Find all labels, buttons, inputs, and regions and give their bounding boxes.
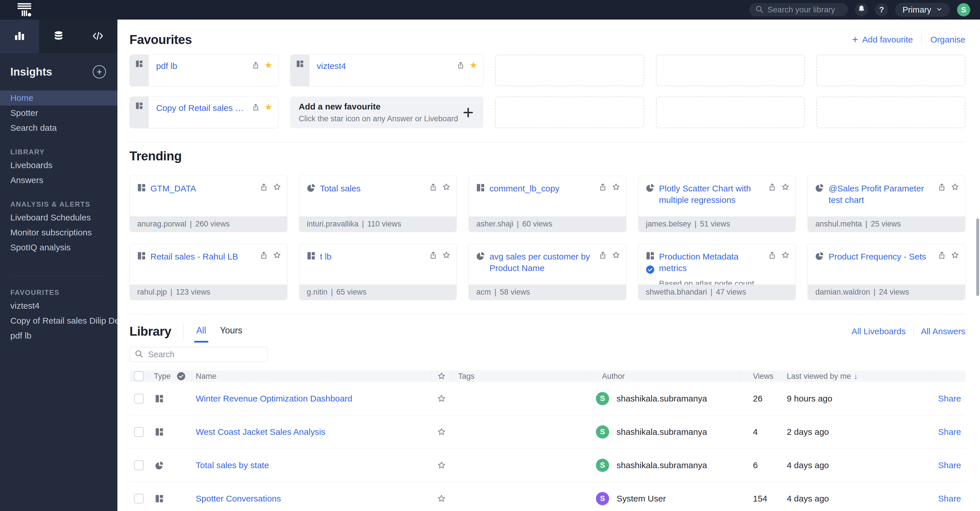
share-link[interactable]: Share: [938, 460, 961, 470]
star-outline-icon[interactable]: [781, 251, 790, 284]
star-outline-icon[interactable]: [273, 251, 281, 284]
favourite-card-title[interactable]: Copy of Retail sales Dilip Demo: [156, 103, 248, 113]
share-icon[interactable]: [252, 61, 260, 69]
row-checkbox[interactable]: [134, 460, 144, 470]
trending-card-gtm-data[interactable]: GTM_DATA anurag.porwal|260 views: [129, 176, 287, 232]
trending-card-plotly-scatter-chart-with-multiple-regressions[interactable]: Plotly Scatter Chart with multiple regre…: [638, 176, 796, 232]
link-all-liveboards[interactable]: All Liveboards: [852, 326, 906, 336]
star-outline-icon[interactable]: [442, 183, 451, 216]
thoughtspot-logo[interactable]: [16, 2, 33, 18]
trending-card-t-lb[interactable]: t lb g.nitin|65 views: [299, 244, 457, 300]
trending-card-product-frequency-sets[interactable]: Product Frequency - Sets damian.waldron|…: [808, 244, 966, 300]
trending-card-retail-sales-rahul-lb[interactable]: Retail sales - Rahul LB rahul.pjp|123 vi…: [129, 244, 287, 300]
share-icon[interactable]: [937, 183, 946, 216]
star-outline-icon[interactable]: [781, 183, 790, 216]
vertical-scrollbar[interactable]: [976, 219, 979, 296]
add-favourite-button[interactable]: + Add favourite: [852, 35, 913, 45]
share-icon[interactable]: [259, 251, 268, 284]
sidebar-item-spotter[interactable]: Spotter: [0, 105, 118, 120]
share-link[interactable]: Share: [938, 494, 961, 503]
share-icon[interactable]: [598, 183, 607, 216]
tab-all[interactable]: All: [196, 324, 207, 339]
trending-card-title[interactable]: Total sales: [320, 183, 425, 194]
trending-card-title[interactable]: Production Metadata metrics: [659, 251, 764, 274]
trending-card-title[interactable]: @Sales Profit Parameter test chart: [829, 183, 934, 206]
add-new-favourite-card[interactable]: Add a new favouriteClick the star icon o…: [290, 97, 484, 128]
share-icon[interactable]: [429, 183, 438, 216]
trending-card-comment-lb-copy[interactable]: comment_lb_copy asher.shaji|60 views: [468, 176, 626, 232]
select-all-checkbox[interactable]: [134, 371, 144, 381]
tab-data[interactable]: [39, 19, 78, 53]
star-outline-icon[interactable]: [951, 251, 959, 284]
star-outline-icon[interactable]: [437, 427, 446, 437]
table-row-spotter-conversations[interactable]: Spotter Conversations SSystem User1544 d…: [129, 482, 966, 511]
notifications-button[interactable]: [855, 3, 868, 16]
sidebar-item-viztest4[interactable]: viztest4: [0, 298, 118, 313]
row-checkbox[interactable]: [134, 394, 144, 404]
trending-card-sales-profit-parameter-test-chart[interactable]: @Sales Profit Parameter test chart anshu…: [808, 176, 966, 232]
trending-card-production-metadata-metrics[interactable]: Production Metadata metricsBased on atla…: [638, 244, 796, 300]
library-search[interactable]: [129, 347, 268, 362]
trending-card-title[interactable]: GTM_DATA: [150, 183, 256, 194]
star-outline-icon[interactable]: [437, 494, 446, 503]
global-search[interactable]: [749, 3, 848, 16]
star-outline-icon[interactable]: [612, 183, 620, 216]
share-icon[interactable]: [252, 103, 260, 111]
share-icon[interactable]: [429, 251, 438, 284]
star-outline-icon[interactable]: [273, 183, 281, 216]
library-search-input[interactable]: [148, 350, 263, 359]
favourite-card-title[interactable]: pdf lb: [156, 61, 177, 71]
star-filled-icon[interactable]: [264, 103, 272, 111]
sidebar-item-pdf-lb[interactable]: pdf lb: [0, 328, 118, 343]
row-checkbox[interactable]: [134, 427, 144, 437]
star-outline-icon[interactable]: [612, 251, 620, 284]
table-row-total-sales-by-state[interactable]: Total sales by state Sshashikala.subrama…: [129, 449, 966, 482]
share-icon[interactable]: [768, 183, 776, 216]
star-outline-icon[interactable]: [951, 183, 959, 216]
star-outline-icon[interactable]: [442, 251, 451, 284]
trending-card-title[interactable]: t lb: [320, 251, 425, 262]
org-switcher[interactable]: Primary: [895, 3, 950, 17]
sidebar-item-search-data[interactable]: Search data: [0, 120, 118, 136]
share-icon[interactable]: [768, 251, 776, 284]
tab-developer[interactable]: [78, 19, 118, 53]
row-name-link[interactable]: West Coast Jacket Sales Analysis: [196, 427, 325, 437]
global-search-input[interactable]: [768, 5, 842, 14]
share-link[interactable]: Share: [938, 427, 961, 437]
table-row-winter-revenue-optimization-dashboard[interactable]: Winter Revenue Optimization Dashboard Ss…: [129, 382, 966, 415]
trending-card-title[interactable]: avg sales per customer by Product Name: [489, 251, 595, 274]
sidebar-item-home[interactable]: Home: [0, 91, 118, 105]
row-name-link[interactable]: Winter Revenue Optimization Dashboard: [196, 394, 352, 404]
share-icon[interactable]: [598, 251, 607, 284]
tab-yours[interactable]: Yours: [219, 324, 243, 339]
trending-card-title[interactable]: comment_lb_copy: [489, 183, 595, 194]
column-last-viewed[interactable]: Last viewed by me ↓: [774, 370, 930, 382]
help-button[interactable]: ?: [875, 3, 888, 16]
row-name-link[interactable]: Total sales by state: [196, 460, 269, 470]
sidebar-item-monitor-subscriptions[interactable]: Monitor subscriptions: [0, 225, 118, 240]
star-outline-icon[interactable]: [437, 461, 446, 470]
share-icon[interactable]: [457, 61, 465, 69]
sidebar-item-liveboards[interactable]: Liveboards: [0, 158, 118, 173]
row-name-link[interactable]: Spotter Conversations: [196, 494, 281, 503]
favourite-card-viztest4[interactable]: viztest4: [290, 54, 484, 86]
trending-card-avg-sales-per-customer-by-product-name[interactable]: avg sales per customer by Product Name a…: [468, 244, 626, 300]
organise-button[interactable]: Organise: [930, 35, 966, 45]
trending-card-title[interactable]: Plotly Scatter Chart with multiple regre…: [659, 183, 764, 206]
star-filled-icon[interactable]: [264, 61, 272, 69]
row-checkbox[interactable]: [134, 494, 144, 503]
sidebar-item-spotiq-analysis[interactable]: SpotIQ analysis: [0, 240, 118, 255]
star-filled-icon[interactable]: [469, 61, 477, 69]
favourite-card-pdf-lb[interactable]: pdf lb: [129, 54, 278, 86]
link-all-answers[interactable]: All Answers: [921, 326, 966, 336]
share-icon[interactable]: [937, 251, 946, 284]
favourite-card-title[interactable]: viztest4: [317, 61, 346, 71]
tab-insights[interactable]: [0, 19, 39, 53]
trending-card-total-sales[interactable]: Total sales inturi.pravallika|110 views: [299, 176, 457, 232]
add-insight-button[interactable]: +: [93, 65, 106, 78]
sidebar-item-copy-of-retail-sales-dilip-demo[interactable]: Copy of Retail sales Dilip Demo: [0, 313, 118, 328]
trending-card-title[interactable]: Product Frequency - Sets: [829, 251, 934, 262]
share-link[interactable]: Share: [938, 394, 961, 404]
share-icon[interactable]: [259, 183, 268, 216]
star-outline-icon[interactable]: [437, 394, 446, 403]
